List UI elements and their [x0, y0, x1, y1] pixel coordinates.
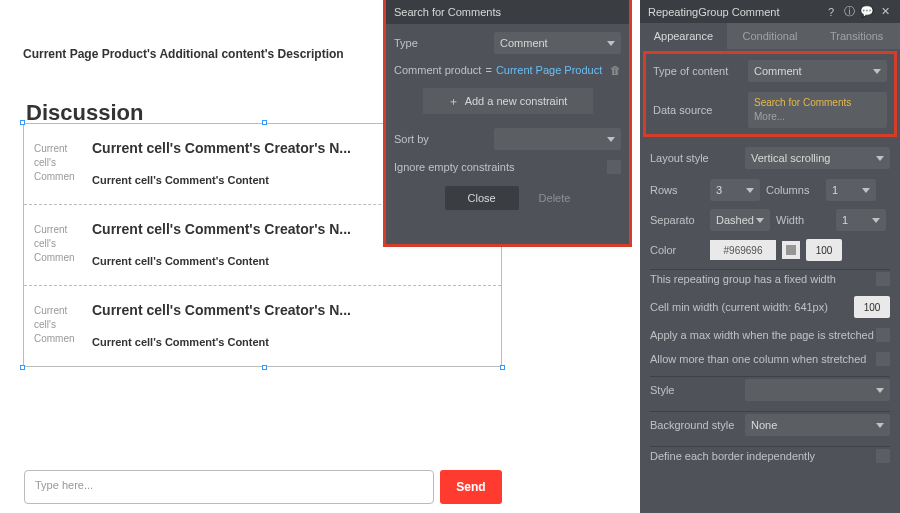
type-of-content-label: Type of content — [653, 65, 748, 77]
cell-avatar-placeholder[interactable]: Current cell's Commen — [34, 221, 82, 267]
close-icon[interactable]: ✕ — [878, 5, 892, 18]
bg-style-select[interactable]: None — [745, 414, 890, 436]
ignore-empty-label: Ignore empty constraints — [394, 161, 514, 173]
width-label: Width — [776, 214, 830, 226]
data-source-input[interactable]: Search for Comments More... — [748, 92, 887, 128]
separator-select[interactable]: Dashed — [710, 209, 770, 231]
constraint-field: Comment product — [394, 64, 481, 76]
chevron-down-icon — [876, 423, 884, 428]
type-label: Type — [394, 37, 494, 49]
resize-handle[interactable] — [20, 120, 25, 125]
color-hex-input[interactable]: #969696 — [710, 240, 776, 260]
sort-label: Sort by — [394, 133, 494, 145]
color-label: Color — [650, 244, 704, 256]
resize-handle[interactable] — [262, 365, 267, 370]
popup-title[interactable]: Search for Comments — [386, 0, 629, 24]
bg-style-value: None — [751, 419, 777, 431]
rows-select[interactable]: 3 — [710, 179, 760, 201]
layout-style-value: Vertical scrolling — [751, 152, 830, 164]
property-inspector: RepeatingGroup Comment ? ⓘ 💬 ✕ Appearanc… — [640, 0, 900, 513]
inspector-tabs: Appearance Conditional Transitions — [640, 23, 900, 49]
color-alpha-input[interactable]: 100 — [806, 239, 842, 261]
add-constraint-button[interactable]: ＋ Add a new constraint — [423, 88, 593, 114]
columns-value: 1 — [832, 184, 838, 196]
define-border-label: Define each border independently — [650, 450, 815, 462]
constraint-value: Current Page Product — [496, 64, 602, 76]
ignore-empty-row: Ignore empty constraints — [394, 160, 621, 174]
cell-avatar-placeholder[interactable]: Current cell's Commen — [34, 140, 82, 186]
cell-min-width-label: Cell min width (current width: 641px) — [650, 301, 828, 313]
ignore-empty-checkbox[interactable] — [607, 160, 621, 174]
chevron-down-icon — [756, 218, 764, 223]
chevron-down-icon — [876, 388, 884, 393]
columns-select[interactable]: 1 — [826, 179, 876, 201]
cell-comment-content[interactable]: Current cell's Comment's Content — [92, 336, 491, 348]
inspector-title: RepeatingGroup Comment — [648, 6, 820, 18]
chevron-down-icon — [876, 156, 884, 161]
separator-label: Separato — [650, 214, 704, 226]
define-border-checkbox[interactable] — [876, 449, 890, 463]
chat-icon[interactable]: 💬 — [860, 5, 874, 18]
rows-value: 3 — [716, 184, 722, 196]
chevron-down-icon — [607, 137, 615, 142]
max-width-checkbox[interactable] — [876, 328, 890, 342]
type-of-content-value: Comment — [754, 65, 802, 77]
type-select[interactable]: Comment — [494, 32, 621, 54]
info-icon[interactable]: ⓘ — [842, 4, 856, 19]
sort-row: Sort by — [394, 128, 621, 150]
width-value: 1 — [842, 214, 848, 226]
list-item[interactable]: Current cell's Commen Current cell's Com… — [24, 285, 501, 366]
multi-column-checkbox[interactable] — [876, 352, 890, 366]
data-source-label: Data source — [653, 104, 748, 116]
close-button[interactable]: Close — [445, 186, 519, 210]
tab-appearance[interactable]: Appearance — [640, 23, 727, 49]
constraint-op: = — [485, 64, 491, 76]
cell-comment-content[interactable]: Current cell's Comment's Content — [92, 255, 491, 267]
trash-icon[interactable]: 🗑 — [610, 64, 621, 76]
chevron-down-icon — [746, 188, 754, 193]
chevron-down-icon — [607, 41, 615, 46]
send-button[interactable]: Send — [440, 470, 502, 504]
search-popup: Search for Comments Type Comment Comment… — [383, 0, 632, 247]
columns-label: Columns — [766, 184, 820, 196]
data-section-highlight: Type of content Comment Data source Sear… — [643, 51, 897, 137]
cell-creator-name[interactable]: Current cell's Comment's Creator's N... — [92, 302, 491, 318]
sort-select[interactable] — [494, 128, 621, 150]
chevron-down-icon — [873, 69, 881, 74]
add-constraint-label: Add a new constraint — [465, 95, 568, 107]
cell-avatar-placeholder[interactable]: Current cell's Commen — [34, 302, 82, 348]
data-source-more: More... — [754, 110, 881, 124]
data-source-value: Search for Comments — [754, 96, 881, 110]
cell-min-width-input[interactable]: 100 — [854, 296, 890, 318]
fixed-width-checkbox[interactable] — [876, 272, 890, 286]
resize-handle[interactable] — [500, 365, 505, 370]
style-select[interactable] — [745, 379, 890, 401]
fixed-width-label: This repeating group has a fixed width — [650, 273, 836, 285]
width-select[interactable]: 1 — [836, 209, 886, 231]
layout-style-select[interactable]: Vertical scrolling — [745, 147, 890, 169]
style-label: Style — [650, 384, 745, 396]
inspector-header[interactable]: RepeatingGroup Comment ? ⓘ 💬 ✕ — [640, 0, 900, 23]
multi-column-label: Allow more than one column when stretche… — [650, 353, 866, 365]
bg-style-label: Background style — [650, 419, 745, 431]
delete-button[interactable]: Delete — [539, 192, 571, 204]
chevron-down-icon — [862, 188, 870, 193]
tab-conditional[interactable]: Conditional — [727, 23, 814, 49]
layout-style-label: Layout style — [650, 152, 745, 164]
type-value: Comment — [500, 37, 548, 49]
resize-handle[interactable] — [262, 120, 267, 125]
separator-value: Dashed — [716, 214, 754, 226]
comment-input[interactable]: Type here... — [24, 470, 434, 504]
tab-transitions[interactable]: Transitions — [813, 23, 900, 49]
chevron-down-icon — [872, 218, 880, 223]
help-icon[interactable]: ? — [824, 6, 838, 18]
rows-label: Rows — [650, 184, 704, 196]
description-expression[interactable]: Current Page Product's Additional conten… — [23, 47, 344, 61]
resize-handle[interactable] — [20, 365, 25, 370]
constraint-row[interactable]: Comment product = Current Page Product 🗑 — [394, 64, 621, 76]
max-width-label: Apply a max width when the page is stret… — [650, 329, 874, 341]
plus-icon: ＋ — [448, 94, 459, 109]
type-of-content-select[interactable]: Comment — [748, 60, 887, 82]
color-swatch[interactable] — [782, 241, 800, 259]
type-row: Type Comment — [394, 32, 621, 54]
